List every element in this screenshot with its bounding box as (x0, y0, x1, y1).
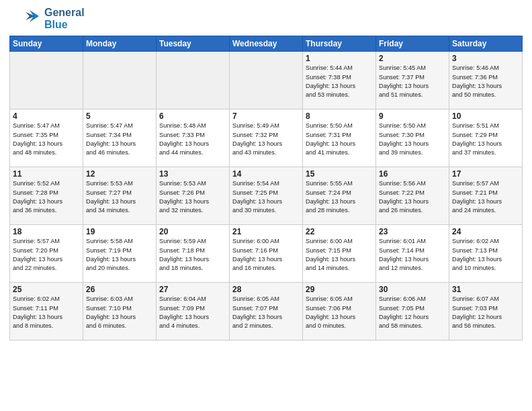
weekday-tuesday: Tuesday (157, 36, 230, 52)
cell-info: Sunrise: 5:44 AM Sunset: 7:38 PM Dayligh… (306, 64, 373, 99)
calendar-cell: 14Sunrise: 5:54 AM Sunset: 7:25 PM Dayli… (230, 167, 303, 225)
calendar-cell: 21Sunrise: 6:00 AM Sunset: 7:16 PM Dayli… (230, 225, 303, 283)
calendar-cell: 5Sunrise: 5:47 AM Sunset: 7:34 PM Daylig… (83, 109, 157, 167)
calendar-cell: 22Sunrise: 6:00 AM Sunset: 7:15 PM Dayli… (303, 225, 376, 283)
calendar-cell: 28Sunrise: 6:05 AM Sunset: 7:07 PM Dayli… (230, 283, 303, 340)
calendar-cell: 27Sunrise: 6:04 AM Sunset: 7:09 PM Dayli… (157, 283, 230, 340)
cell-day-number: 30 (379, 285, 446, 294)
cell-day-number: 22 (306, 227, 373, 236)
calendar-cell: 15Sunrise: 5:55 AM Sunset: 7:24 PM Dayli… (303, 167, 376, 225)
cell-info: Sunrise: 5:50 AM Sunset: 7:31 PM Dayligh… (306, 122, 373, 157)
calendar-cell: 10Sunrise: 5:51 AM Sunset: 7:29 PM Dayli… (449, 109, 523, 167)
logo: GeneralBlue (9, 7, 85, 30)
cell-day-number: 4 (13, 111, 80, 121)
cell-day-number: 13 (159, 169, 226, 179)
cell-info: Sunrise: 6:04 AM Sunset: 7:09 PM Dayligh… (159, 295, 226, 330)
calendar-week-row: 1Sunrise: 5:44 AM Sunset: 7:38 PM Daylig… (10, 52, 523, 109)
calendar-cell: 16Sunrise: 5:56 AM Sunset: 7:22 PM Dayli… (376, 167, 449, 225)
cell-info: Sunrise: 5:54 AM Sunset: 7:25 PM Dayligh… (232, 179, 300, 215)
cell-day-number: 23 (379, 227, 446, 236)
calendar-cell: 9Sunrise: 5:50 AM Sunset: 7:30 PM Daylig… (376, 109, 449, 167)
cell-day-number: 19 (86, 227, 153, 236)
calendar-cell: 12Sunrise: 5:53 AM Sunset: 7:27 PM Dayli… (83, 167, 157, 225)
calendar-header: SundayMondayTuesdayWednesdayThursdayFrid… (10, 36, 523, 52)
logo-line2: Blue (44, 19, 85, 31)
cell-day-number: 31 (452, 285, 519, 294)
calendar-week-row: 4Sunrise: 5:47 AM Sunset: 7:35 PM Daylig… (10, 109, 523, 167)
cell-info: Sunrise: 6:02 AM Sunset: 7:13 PM Dayligh… (452, 237, 519, 273)
cell-info: Sunrise: 6:05 AM Sunset: 7:07 PM Dayligh… (232, 295, 300, 330)
calendar-table: SundayMondayTuesdayWednesdayThursdayFrid… (9, 36, 523, 340)
weekday-friday: Friday (376, 36, 449, 52)
cell-day-number: 21 (232, 227, 300, 236)
calendar-cell (157, 52, 230, 109)
cell-info: Sunrise: 5:57 AM Sunset: 7:21 PM Dayligh… (452, 179, 519, 215)
calendar-cell: 31Sunrise: 6:07 AM Sunset: 7:03 PM Dayli… (449, 283, 523, 340)
cell-day-number: 3 (452, 54, 519, 63)
calendar-cell (10, 52, 83, 109)
cell-day-number: 15 (306, 169, 373, 179)
cell-info: Sunrise: 5:48 AM Sunset: 7:33 PM Dayligh… (159, 122, 226, 157)
cell-day-number: 8 (306, 111, 373, 121)
cell-info: Sunrise: 5:56 AM Sunset: 7:22 PM Dayligh… (379, 179, 446, 215)
calendar-week-row: 18Sunrise: 5:57 AM Sunset: 7:20 PM Dayli… (10, 225, 523, 283)
logo-text: GeneralBlue (44, 7, 85, 30)
weekday-thursday: Thursday (303, 36, 376, 52)
calendar-cell: 4Sunrise: 5:47 AM Sunset: 7:35 PM Daylig… (10, 109, 83, 167)
calendar-cell: 25Sunrise: 6:02 AM Sunset: 7:11 PM Dayli… (10, 283, 83, 340)
calendar-cell: 18Sunrise: 5:57 AM Sunset: 7:20 PM Dayli… (10, 225, 83, 283)
cell-day-number: 9 (379, 111, 446, 121)
cell-info: Sunrise: 6:02 AM Sunset: 7:11 PM Dayligh… (13, 295, 80, 330)
cell-day-number: 24 (452, 227, 519, 236)
cell-day-number: 12 (86, 169, 153, 179)
calendar-cell: 7Sunrise: 5:49 AM Sunset: 7:32 PM Daylig… (230, 109, 303, 167)
cell-day-number: 20 (159, 227, 226, 236)
cell-info: Sunrise: 5:47 AM Sunset: 7:35 PM Dayligh… (13, 122, 80, 157)
calendar-cell: 24Sunrise: 6:02 AM Sunset: 7:13 PM Dayli… (449, 225, 523, 283)
cell-day-number: 5 (86, 111, 153, 121)
calendar-cell: 11Sunrise: 5:52 AM Sunset: 7:28 PM Dayli… (10, 167, 83, 225)
calendar-cell: 8Sunrise: 5:50 AM Sunset: 7:31 PM Daylig… (303, 109, 376, 167)
cell-day-number: 25 (13, 285, 80, 294)
cell-info: Sunrise: 5:46 AM Sunset: 7:36 PM Dayligh… (452, 64, 519, 99)
cell-day-number: 2 (379, 54, 446, 63)
calendar-cell (83, 52, 157, 109)
page: GeneralBlue SundayMondayTuesdayWednesday… (0, 0, 532, 346)
cell-info: Sunrise: 6:06 AM Sunset: 7:05 PM Dayligh… (379, 295, 446, 330)
cell-day-number: 27 (159, 285, 226, 294)
weekday-row: SundayMondayTuesdayWednesdayThursdayFrid… (10, 36, 523, 52)
weekday-monday: Monday (83, 36, 157, 52)
cell-info: Sunrise: 5:53 AM Sunset: 7:26 PM Dayligh… (159, 179, 226, 215)
cell-info: Sunrise: 5:59 AM Sunset: 7:18 PM Dayligh… (159, 237, 226, 273)
cell-info: Sunrise: 6:01 AM Sunset: 7:14 PM Dayligh… (379, 237, 446, 273)
calendar-cell: 23Sunrise: 6:01 AM Sunset: 7:14 PM Dayli… (376, 225, 449, 283)
logo-line1: General (44, 7, 85, 19)
cell-info: Sunrise: 6:00 AM Sunset: 7:15 PM Dayligh… (306, 237, 373, 273)
cell-day-number: 18 (13, 227, 80, 236)
cell-day-number: 17 (452, 169, 519, 179)
cell-info: Sunrise: 5:50 AM Sunset: 7:30 PM Dayligh… (379, 122, 446, 157)
cell-day-number: 10 (452, 111, 519, 121)
calendar-cell: 1Sunrise: 5:44 AM Sunset: 7:38 PM Daylig… (303, 52, 376, 109)
cell-day-number: 26 (86, 285, 153, 294)
calendar-cell: 6Sunrise: 5:48 AM Sunset: 7:33 PM Daylig… (157, 109, 230, 167)
cell-info: Sunrise: 5:51 AM Sunset: 7:29 PM Dayligh… (452, 122, 519, 157)
cell-day-number: 14 (232, 169, 300, 179)
weekday-wednesday: Wednesday (230, 36, 303, 52)
cell-day-number: 1 (306, 54, 373, 63)
calendar-cell: 3Sunrise: 5:46 AM Sunset: 7:36 PM Daylig… (449, 52, 523, 109)
calendar-cell: 30Sunrise: 6:06 AM Sunset: 7:05 PM Dayli… (376, 283, 449, 340)
cell-info: Sunrise: 6:03 AM Sunset: 7:10 PM Dayligh… (86, 295, 153, 330)
calendar-cell: 13Sunrise: 5:53 AM Sunset: 7:26 PM Dayli… (157, 167, 230, 225)
cell-info: Sunrise: 5:45 AM Sunset: 7:37 PM Dayligh… (379, 64, 446, 99)
calendar-cell: 17Sunrise: 5:57 AM Sunset: 7:21 PM Dayli… (449, 167, 523, 225)
cell-info: Sunrise: 5:55 AM Sunset: 7:24 PM Dayligh… (306, 179, 373, 215)
cell-day-number: 11 (13, 169, 80, 179)
logo-svg (9, 9, 39, 29)
calendar-week-row: 11Sunrise: 5:52 AM Sunset: 7:28 PM Dayli… (10, 167, 523, 225)
cell-day-number: 16 (379, 169, 446, 179)
cell-info: Sunrise: 5:49 AM Sunset: 7:32 PM Dayligh… (232, 122, 300, 157)
calendar-cell: 2Sunrise: 5:45 AM Sunset: 7:37 PM Daylig… (376, 52, 449, 109)
cell-info: Sunrise: 6:05 AM Sunset: 7:06 PM Dayligh… (306, 295, 373, 330)
cell-info: Sunrise: 5:52 AM Sunset: 7:28 PM Dayligh… (13, 179, 80, 215)
